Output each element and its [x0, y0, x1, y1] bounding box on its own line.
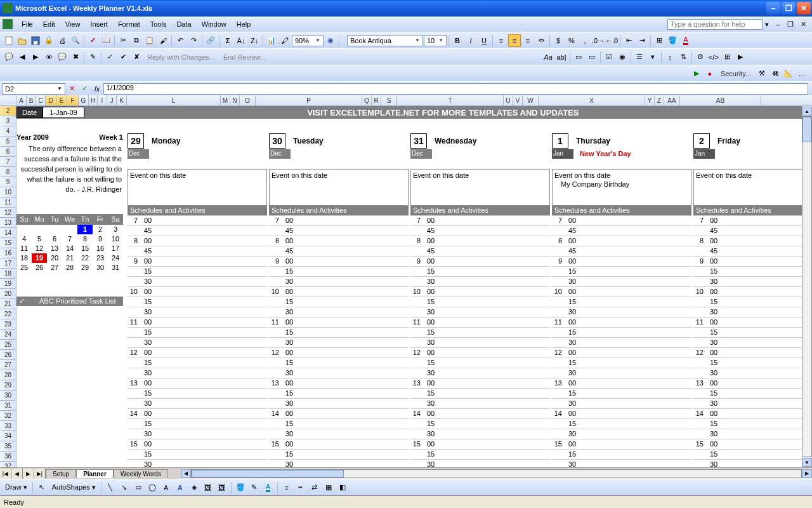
option-tool-icon[interactable]: ◉: [616, 51, 629, 64]
time-slot[interactable]: 30: [552, 276, 691, 286]
time-slot[interactable]: 30: [410, 429, 550, 439]
time-slot[interactable]: 1400: [128, 408, 267, 418]
time-slot[interactable]: 15: [269, 266, 409, 276]
time-slot[interactable]: 15: [693, 358, 802, 368]
event-box[interactable]: Event on this date: [128, 169, 267, 206]
rectangle-icon[interactable]: ▭: [132, 481, 145, 494]
vba-icon[interactable]: ⚒: [756, 67, 768, 80]
time-slot[interactable]: 15: [128, 358, 267, 368]
time-slot[interactable]: 15: [128, 266, 267, 276]
autoshapes-button[interactable]: AutoShapes ▾: [49, 483, 98, 491]
time-slot[interactable]: 15: [269, 358, 409, 368]
time-slot[interactable]: 1400: [269, 408, 409, 418]
colhdr-K[interactable]: K: [117, 95, 127, 105]
rowhdr-12[interactable]: 12: [0, 208, 16, 218]
colhdr-I[interactable]: I: [98, 95, 107, 105]
tab-planner[interactable]: Planner: [76, 469, 114, 478]
minimize-button[interactable]: –: [766, 2, 780, 15]
time-slot[interactable]: 15: [693, 418, 802, 429]
align-center-icon[interactable]: ≡: [508, 34, 521, 47]
currency-icon[interactable]: $: [552, 34, 565, 47]
diagram-icon[interactable]: ◈: [188, 481, 200, 494]
time-slot[interactable]: 15: [410, 449, 550, 459]
time-slot[interactable]: 30: [410, 459, 550, 467]
decrease-indent-icon[interactable]: ⇤: [622, 34, 635, 47]
rowhdr-8[interactable]: 8: [0, 167, 16, 177]
time-slot[interactable]: 1000: [128, 286, 267, 297]
end-review-button[interactable]: End Review...: [219, 53, 270, 61]
colhdr-R[interactable]: R: [372, 95, 381, 105]
restore-button[interactable]: ❐: [782, 2, 796, 15]
row-headers[interactable]: 2345678910111213141516171819202122232425…: [0, 106, 16, 467]
time-slot[interactable]: 700: [410, 215, 550, 225]
colhdr-U[interactable]: U: [504, 95, 513, 105]
time-slot[interactable]: 30: [552, 368, 691, 378]
new-comment-icon[interactable]: 💬: [3, 51, 15, 64]
time-slot[interactable]: 30: [693, 307, 802, 317]
menu-file[interactable]: File: [16, 18, 38, 30]
toggle-grid-icon[interactable]: ⊞: [721, 51, 733, 64]
colhdr-AA[interactable]: AA: [664, 95, 680, 105]
colhdr-P[interactable]: P: [256, 95, 362, 105]
time-slot[interactable]: 30: [410, 276, 550, 286]
redo-icon[interactable]: ↷: [187, 34, 200, 47]
oval-icon[interactable]: ◯: [146, 481, 159, 494]
time-slot[interactable]: 45: [410, 225, 550, 236]
prev-comment-icon[interactable]: ◀: [16, 51, 29, 64]
time-slot[interactable]: 700: [552, 215, 691, 225]
event-box[interactable]: Event on this dateMy Company Birthday: [552, 169, 691, 206]
time-slot[interactable]: 30: [693, 429, 802, 439]
vertical-scrollbar[interactable]: ▲ ▼: [802, 106, 812, 467]
time-slot[interactable]: 800: [410, 236, 550, 246]
time-slot[interactable]: 1400: [693, 408, 802, 418]
colhdr-T[interactable]: T: [397, 95, 504, 105]
time-slot[interactable]: 1000: [269, 286, 409, 297]
menu-data[interactable]: Data: [171, 18, 196, 30]
hyperlink-icon[interactable]: 🔗: [204, 34, 217, 47]
time-slot[interactable]: 15: [693, 297, 802, 307]
menu-format[interactable]: Format: [113, 18, 145, 30]
group-box-icon[interactable]: ▭: [572, 51, 585, 64]
zoom-combo[interactable]: 90%▼: [292, 35, 324, 46]
colhdr-Q[interactable]: Q: [362, 95, 372, 105]
colhdr-F[interactable]: F: [67, 95, 79, 105]
scrollbar-tool-icon[interactable]: ↕: [664, 51, 676, 64]
accept-icon[interactable]: ✔: [117, 51, 129, 64]
print-icon[interactable]: 🖨: [56, 34, 69, 47]
checkbox-tool-icon[interactable]: ☑: [603, 51, 615, 64]
design-mode-icon[interactable]: 📐: [782, 67, 795, 80]
time-slot[interactable]: 15: [269, 327, 409, 337]
track-changes-icon[interactable]: ✓: [103, 51, 116, 64]
time-slot[interactable]: 900: [552, 256, 691, 266]
time-slot[interactable]: 30: [128, 368, 267, 378]
open-icon[interactable]: [16, 34, 29, 47]
show-comment-icon[interactable]: 👁: [43, 51, 55, 64]
time-slot[interactable]: 800: [552, 236, 691, 246]
code-icon[interactable]: </>: [707, 51, 720, 64]
menu-insert[interactable]: Insert: [85, 18, 113, 30]
rowhdr-27[interactable]: 27: [0, 360, 16, 370]
time-slot[interactable]: 30: [693, 398, 802, 408]
rowhdr-35[interactable]: 35: [0, 441, 16, 451]
tab-next-button[interactable]: ▶: [23, 469, 34, 479]
rowhdr-2[interactable]: 2: [0, 106, 16, 116]
time-slot[interactable]: 15: [552, 449, 691, 459]
select-all-corner[interactable]: [0, 95, 16, 105]
time-slot[interactable]: 30: [128, 429, 267, 439]
label-tool-icon[interactable]: Aa: [542, 51, 554, 64]
fill-color-icon[interactable]: 🪣: [666, 34, 679, 47]
more-controls-icon[interactable]: …: [796, 67, 808, 80]
rowhdr-31[interactable]: 31: [0, 401, 16, 411]
autosum-icon[interactable]: Σ: [221, 34, 234, 47]
time-slot[interactable]: 30: [128, 398, 267, 408]
time-slot[interactable]: 15: [552, 418, 691, 429]
copy-icon[interactable]: ⧉: [130, 34, 143, 47]
help-dropdown-icon[interactable]: ▾: [763, 20, 771, 29]
format-painter-icon[interactable]: 🖌: [157, 34, 169, 47]
decrease-decimal-icon[interactable]: ←.0: [605, 34, 618, 47]
time-slot[interactable]: 15: [410, 358, 550, 368]
time-slot[interactable]: 45: [410, 246, 550, 256]
colhdr-N[interactable]: N: [230, 95, 240, 105]
time-slot[interactable]: 30: [552, 429, 691, 439]
print-preview-icon[interactable]: 🔍: [69, 34, 82, 47]
